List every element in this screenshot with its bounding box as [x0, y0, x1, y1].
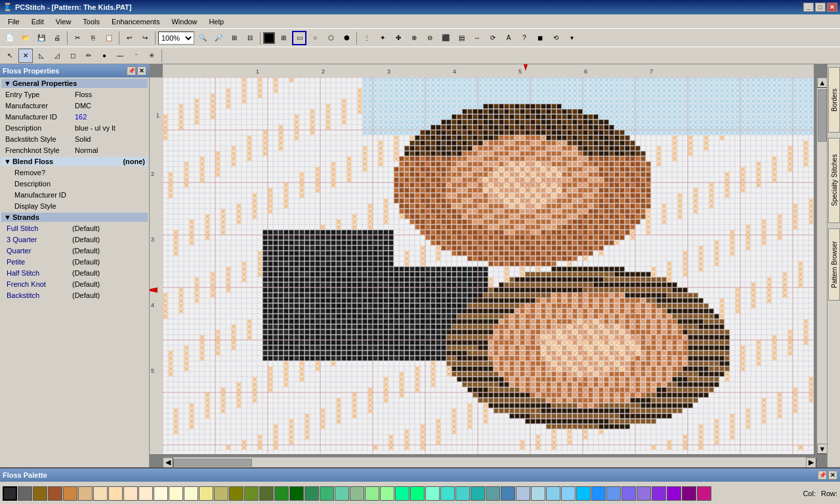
palette-swatch-0[interactable]: [3, 486, 17, 501]
tool2-button[interactable]: ✦: [375, 31, 390, 45]
palette-swatch-17[interactable]: [259, 486, 274, 501]
menu-view[interactable]: View: [51, 16, 77, 27]
minimize-button[interactable]: _: [803, 3, 814, 12]
palette-swatch-11[interactable]: [169, 486, 183, 501]
tool4-button[interactable]: ⊕: [407, 31, 421, 45]
palette-swatch-26[interactable]: [395, 486, 410, 501]
palette-swatch-24[interactable]: [365, 486, 379, 501]
quarter-tool[interactable]: ◿: [50, 49, 64, 63]
tool11-button[interactable]: ?: [517, 31, 532, 45]
palette-swatch-16[interactable]: [244, 486, 259, 501]
scroll-down-button[interactable]: ▼: [817, 444, 827, 454]
tool12-button[interactable]: ◼: [533, 31, 547, 45]
palette-swatch-7[interactable]: [108, 486, 123, 501]
cut-button[interactable]: ✂: [70, 31, 85, 45]
scroll-horizontal[interactable]: ◀ ▶: [163, 457, 816, 467]
palette-swatch-2[interactable]: [33, 486, 47, 501]
scroll-thumb-v[interactable]: [818, 89, 827, 142]
palette-swatch-6[interactable]: [93, 486, 108, 501]
palette-swatch-42[interactable]: [637, 486, 651, 501]
select-free-button[interactable]: ⬢: [339, 31, 354, 45]
palette-swatch-19[interactable]: [289, 486, 304, 501]
menu-edit[interactable]: Edit: [26, 16, 49, 27]
palette-swatch-37[interactable]: [561, 486, 576, 501]
zoom-custom-button[interactable]: ⊟: [243, 31, 257, 45]
palette-swatch-3[interactable]: [48, 486, 62, 501]
palette-swatch-28[interactable]: [425, 486, 440, 501]
redo-button[interactable]: ↪: [138, 31, 152, 45]
canvas-content[interactable]: [163, 77, 814, 454]
tool8-button[interactable]: ↔: [470, 31, 484, 45]
color-button[interactable]: [263, 32, 275, 44]
palette-pin-button[interactable]: 📌: [818, 471, 827, 480]
tool6-button[interactable]: ⬛: [438, 31, 453, 45]
scroll-up-button[interactable]: ▲: [817, 77, 827, 88]
palette-swatch-10[interactable]: [154, 486, 168, 501]
undo-button[interactable]: ↩: [122, 31, 136, 45]
palette-swatch-1[interactable]: [18, 486, 32, 501]
palette-swatch-14[interactable]: [214, 486, 228, 501]
tool5-button[interactable]: ⊖: [423, 31, 437, 45]
palette-swatch-8[interactable]: [123, 486, 138, 501]
menu-tools[interactable]: Tools: [77, 16, 105, 27]
canvas-area[interactable]: 1 2 3 4 5 6 7 1 2 3 4 5: [150, 64, 827, 467]
specialty-stitches-tab[interactable]: Specialty Stitches: [828, 138, 840, 223]
palette-swatch-31[interactable]: [471, 486, 485, 501]
palette-swatch-45[interactable]: [682, 486, 696, 501]
menu-help[interactable]: Help: [204, 16, 230, 27]
palette-swatch-27[interactable]: [410, 486, 425, 501]
menu-window[interactable]: Window: [166, 16, 202, 27]
palette-swatch-30[interactable]: [455, 486, 470, 501]
palette-swatch-5[interactable]: [78, 486, 93, 501]
palette-swatch-40[interactable]: [606, 486, 621, 501]
tool7-button[interactable]: ▤: [454, 31, 469, 45]
palette-swatch-13[interactable]: [199, 486, 213, 501]
palette-swatch-4[interactable]: [63, 486, 77, 501]
palette-swatch-15[interactable]: [229, 486, 243, 501]
menu-file[interactable]: File: [3, 16, 25, 27]
palette-swatch-33[interactable]: [501, 486, 515, 501]
palette-swatch-18[interactable]: [274, 486, 289, 501]
titlebar-controls[interactable]: _ □ ✕: [803, 3, 837, 12]
palette-swatch-22[interactable]: [335, 486, 349, 501]
panel-close-button[interactable]: ✕: [137, 66, 146, 75]
copy-button[interactable]: ⎘: [86, 31, 100, 45]
borders-tab[interactable]: Borders: [828, 67, 840, 133]
palette-swatch-39[interactable]: [591, 486, 606, 501]
zoom-select[interactable]: 100% 50% 75% 150% 200%: [158, 32, 194, 45]
zoom-in-button[interactable]: 🔎: [211, 31, 226, 45]
tool9-button[interactable]: ⟳: [486, 31, 500, 45]
palette-swatch-36[interactable]: [546, 486, 560, 501]
print-button[interactable]: 🖨: [50, 31, 64, 45]
palette-swatch-25[interactable]: [380, 486, 394, 501]
select-rect-button[interactable]: ▭: [292, 31, 306, 45]
palette-swatch-23[interactable]: [350, 486, 364, 501]
palette-close-button[interactable]: ✕: [828, 471, 837, 480]
petite-tool[interactable]: ◻: [66, 49, 80, 63]
palette-swatch-46[interactable]: [697, 486, 711, 501]
palette-swatch-41[interactable]: [621, 486, 636, 501]
extra-button[interactable]: ▾: [564, 31, 579, 45]
zoom-out-button[interactable]: 🔍: [196, 31, 210, 45]
pencil-tool[interactable]: ✏: [81, 49, 96, 63]
tool1-button[interactable]: ⋮: [360, 31, 374, 45]
scroll-left-button[interactable]: ◀: [163, 457, 173, 468]
pointer-tool[interactable]: ↖: [3, 49, 17, 63]
tool10-button[interactable]: A: [501, 31, 516, 45]
save-button[interactable]: 💾: [34, 31, 49, 45]
close-button[interactable]: ✕: [827, 3, 837, 12]
select-poly-button[interactable]: ⬡: [324, 31, 338, 45]
maximize-button[interactable]: □: [815, 3, 826, 12]
palette-swatch-12[interactable]: [184, 486, 198, 501]
star-tool[interactable]: ✳: [144, 49, 159, 63]
circle-tool[interactable]: ●: [97, 49, 112, 63]
palette-swatch-44[interactable]: [667, 486, 681, 501]
line-tool[interactable]: —: [113, 49, 127, 63]
grid-canvas[interactable]: [163, 77, 814, 454]
zoom-fit-button[interactable]: ⊞: [227, 31, 242, 45]
palette-swatch-43[interactable]: [652, 486, 666, 501]
palette-swatch-20[interactable]: [304, 486, 319, 501]
palette-swatch-32[interactable]: [486, 486, 500, 501]
grid-button[interactable]: ⊞: [276, 31, 291, 45]
open-button[interactable]: 📂: [18, 31, 33, 45]
